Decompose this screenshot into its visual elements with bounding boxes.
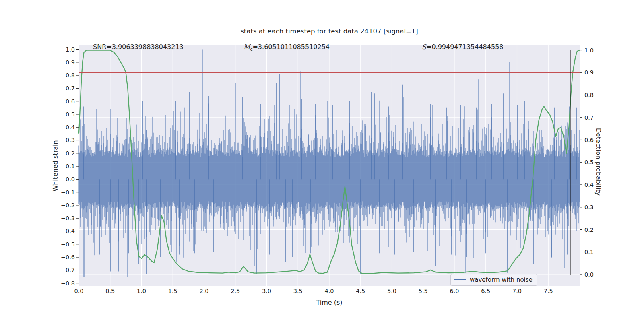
annotation-s-var: S xyxy=(422,43,426,51)
chart-title: stats at each timestep for test data 241… xyxy=(240,27,418,35)
annotation-mc-value: =3.6051011085510254 xyxy=(252,43,330,51)
annotation-s: S=0.9949471354484558 xyxy=(422,43,504,51)
y-left-axis-label: Whitened strain xyxy=(52,140,59,191)
annotation-snr-text: SNR=3.9063398838043213 xyxy=(93,43,184,51)
y-right-axis-label: Detection probability xyxy=(594,128,602,196)
annotation-mc-var: M xyxy=(244,43,250,51)
legend: waveform with noise xyxy=(450,274,537,286)
figure-canvas: stats at each timestep for test data 241… xyxy=(0,0,644,322)
annotation-s-value: =0.9949471354484558 xyxy=(426,43,504,51)
legend-line-sample-icon xyxy=(454,279,466,280)
annotation-mc: Mc=3.6051011085510254 xyxy=(244,43,330,52)
legend-label: waveform with noise xyxy=(470,275,533,285)
x-axis-label: Time (s) xyxy=(316,299,342,306)
annotation-snr: SNR=3.9063398838043213 xyxy=(93,43,184,51)
